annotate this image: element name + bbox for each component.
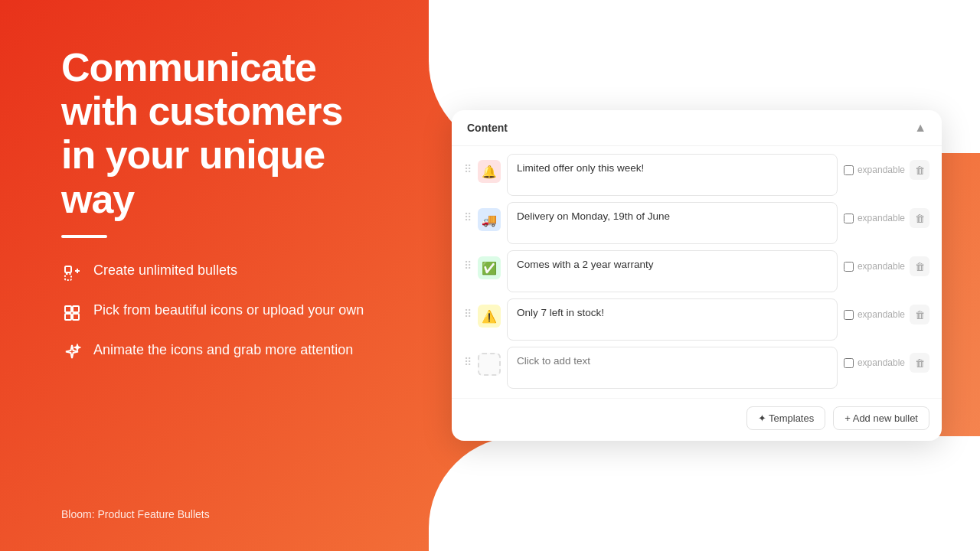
expandable-text-5: expandable xyxy=(858,357,905,368)
expandable-checkbox-2[interactable] xyxy=(844,214,854,223)
expandable-label-2[interactable]: expandable xyxy=(844,213,905,223)
footer-text: Bloom: Product Feature Bullets xyxy=(61,508,375,520)
svg-rect-3 xyxy=(65,274,71,280)
grid-icon xyxy=(61,302,83,324)
bullet-input-2[interactable]: Delivery on Monday, 19th of June xyxy=(507,202,838,244)
bullet-row-5: ⠿ expandable 🗑 xyxy=(464,347,929,389)
delete-btn-2[interactable]: 🗑 xyxy=(910,208,929,228)
delete-btn-4[interactable]: 🗑 xyxy=(910,305,929,324)
expandable-checkbox-5[interactable] xyxy=(844,358,854,368)
divider xyxy=(61,235,107,238)
bullet-emoji-4: ⚠️ xyxy=(482,309,497,324)
headline: Communicate with customers in your uniqu… xyxy=(61,46,375,221)
expandable-label-4[interactable]: expandable xyxy=(844,309,905,320)
svg-rect-7 xyxy=(73,314,79,320)
panel-footer: ✦ Templates + Add new bullet xyxy=(452,398,942,441)
drag-handle-3[interactable]: ⠿ xyxy=(464,250,472,272)
feature-text-1: Create unlimited bullets xyxy=(93,261,237,280)
bullet-input-3[interactable]: Comes with a 2 year warranty xyxy=(507,250,838,292)
feature-item-3: Animate the icons and grab more attentio… xyxy=(61,341,375,364)
bullet-icon-1[interactable]: 🔔 xyxy=(478,160,501,183)
expandable-label-1[interactable]: expandable xyxy=(844,165,905,175)
panel-body: ⠿ 🔔 Limited offer only this week! expand… xyxy=(452,146,942,398)
expandable-text-3: expandable xyxy=(858,261,905,272)
bullet-row-2: ⠿ 🚚 Delivery on Monday, 19th of June exp… xyxy=(464,202,929,244)
feature-item-1: Create unlimited bullets xyxy=(61,261,375,284)
svg-rect-6 xyxy=(65,314,71,320)
delete-btn-3[interactable]: 🗑 xyxy=(910,256,929,276)
features-list: Create unlimited bullets Pick from beaut… xyxy=(61,261,375,364)
expandable-checkbox-4[interactable] xyxy=(844,310,854,320)
bullet-meta-1: expandable 🗑 xyxy=(844,154,929,180)
expandable-text-1: expandable xyxy=(858,165,905,175)
drag-handle-4[interactable]: ⠿ xyxy=(464,298,472,320)
bullet-icon-2[interactable]: 🚚 xyxy=(478,208,501,231)
collapse-icon[interactable]: ▲ xyxy=(914,121,926,135)
bullet-emoji-2: 🚚 xyxy=(482,213,497,227)
bullet-icon-4[interactable]: ⚠️ xyxy=(478,305,501,328)
bullet-input-1[interactable]: Limited offer only this week! xyxy=(507,154,838,196)
svg-rect-0 xyxy=(65,266,71,272)
bullet-meta-5: expandable 🗑 xyxy=(844,347,929,373)
expandable-label-3[interactable]: expandable xyxy=(844,261,905,272)
bullet-emoji-1: 🔔 xyxy=(482,165,497,179)
bullet-meta-2: expandable 🗑 xyxy=(844,202,929,228)
expandable-text-4: expandable xyxy=(858,309,905,320)
expandable-text-2: expandable xyxy=(858,213,905,223)
bullet-icon-5[interactable] xyxy=(478,353,501,376)
expandable-checkbox-1[interactable] xyxy=(844,165,854,175)
drag-handle-5[interactable]: ⠿ xyxy=(464,347,472,368)
bullet-input-4[interactable]: Only 7 left in stock! xyxy=(507,298,838,341)
drag-handle-1[interactable]: ⠿ xyxy=(464,154,472,175)
bullet-row-1: ⠿ 🔔 Limited offer only this week! expand… xyxy=(464,154,929,196)
left-content: Communicate with customers in your uniqu… xyxy=(0,0,413,551)
bullet-emoji-3: ✅ xyxy=(482,261,497,276)
bullet-meta-3: expandable 🗑 xyxy=(844,250,929,276)
delete-btn-5[interactable]: 🗑 xyxy=(910,353,929,373)
svg-rect-4 xyxy=(65,306,71,312)
panel-title: Content xyxy=(467,122,508,134)
bullet-icon-3[interactable]: ✅ xyxy=(478,256,501,279)
content-panel: Content ▲ ⠿ 🔔 Limited offer only this we… xyxy=(452,110,942,441)
expandable-checkbox-3[interactable] xyxy=(844,262,854,272)
bullets-add-icon xyxy=(61,262,83,284)
bullet-row-3: ⠿ ✅ Comes with a 2 year warranty expanda… xyxy=(464,250,929,292)
panel-header: Content ▲ xyxy=(452,110,942,146)
feature-text-2: Pick from beautiful icons or upload your… xyxy=(93,301,364,320)
drag-handle-2[interactable]: ⠿ xyxy=(464,202,472,223)
feature-text-3: Animate the icons and grab more attentio… xyxy=(93,341,353,360)
delete-btn-1[interactable]: 🗑 xyxy=(910,160,929,180)
feature-item-2: Pick from beautiful icons or upload your… xyxy=(61,301,375,324)
add-bullet-button[interactable]: + Add new bullet xyxy=(833,406,929,430)
templates-button[interactable]: ✦ Templates xyxy=(746,406,826,430)
sparkle-icon xyxy=(61,342,83,364)
svg-rect-5 xyxy=(73,306,79,312)
expandable-label-5[interactable]: expandable xyxy=(844,357,905,368)
bullet-row-4: ⠿ ⚠️ Only 7 left in stock! expandable 🗑 xyxy=(464,298,929,341)
background-wave-bottom xyxy=(429,436,980,551)
bullet-input-5[interactable] xyxy=(507,347,838,389)
bullet-meta-4: expandable 🗑 xyxy=(844,298,929,324)
